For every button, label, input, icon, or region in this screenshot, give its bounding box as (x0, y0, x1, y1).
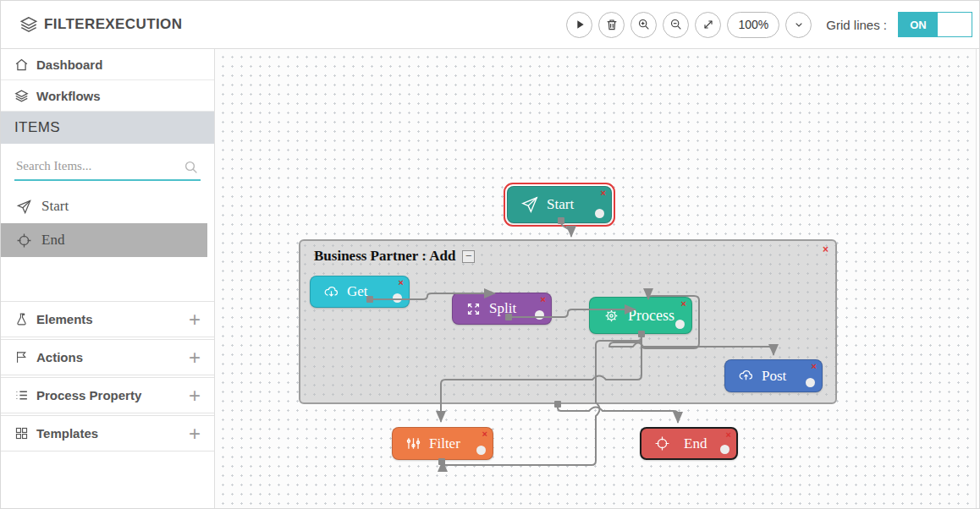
section-label: Actions (36, 350, 83, 364)
palette-item-label: Start (41, 198, 69, 215)
flask-icon (14, 312, 29, 326)
search-icon (184, 160, 199, 175)
palette-item-end[interactable]: End (1, 223, 207, 257)
connection-port[interactable] (806, 378, 815, 387)
node-label: End (684, 435, 707, 452)
search-box (14, 156, 201, 181)
grid-toggle-on[interactable]: ON (899, 13, 938, 36)
items-section-header: ITEMS (1, 112, 214, 144)
node-get[interactable]: Get × (310, 276, 410, 308)
grid-toggle-off[interactable] (938, 13, 972, 36)
section-label: Elements (36, 312, 93, 326)
collapse-button[interactable]: − (462, 250, 475, 263)
zoom-out-icon (669, 18, 683, 31)
node-post[interactable]: Post × (724, 359, 823, 392)
play-icon (573, 18, 586, 31)
node-start[interactable]: Start × (507, 186, 612, 223)
node-filter[interactable]: Filter × (392, 427, 493, 460)
search-input[interactable] (14, 156, 201, 181)
section-elements[interactable]: Elements + (1, 301, 214, 337)
canvas-toolbar: 100% Grid lines : ON (566, 12, 972, 38)
expand-plus-icon[interactable]: + (189, 386, 201, 406)
zoom-level-value: 100% (738, 18, 768, 31)
layers-icon (19, 15, 38, 34)
section-label: Templates (36, 426, 98, 441)
page-title: FILTEREXECUTION (44, 16, 182, 33)
section-label: Process Property (36, 388, 141, 402)
sidebar: Dashboard Workflows ITEMS Start End Elem… (1, 49, 215, 509)
node-close-button[interactable]: × (601, 188, 606, 198)
sidebar-item-dashboard[interactable]: Dashboard (1, 49, 214, 80)
node-close-button[interactable]: × (681, 298, 686, 309)
top-bar: FILTEREXECUTION 100% Grid lines : ON (1, 1, 980, 49)
section-process-property[interactable]: Process Property + (1, 377, 214, 413)
cloud-download-icon (323, 284, 339, 300)
trash-icon (605, 18, 619, 31)
palette-item-start[interactable]: Start (1, 189, 207, 223)
sidebar-item-label: Dashboard (36, 57, 102, 72)
expand-plus-icon[interactable]: + (189, 348, 201, 368)
list-icon (14, 388, 29, 402)
crosshair-icon (16, 233, 32, 249)
node-label: Post (762, 368, 786, 385)
sliders-icon (405, 435, 421, 452)
node-close-button[interactable]: × (726, 430, 731, 440)
grid-lines-label: Grid lines : (826, 18, 887, 32)
node-label: Start (547, 196, 574, 213)
group-title: Business Partner : Add − (314, 248, 475, 265)
delete-button[interactable] (598, 12, 625, 38)
expand-diagonal-icon (702, 18, 715, 31)
node-label: Get (347, 283, 368, 300)
zoom-in-button[interactable] (630, 12, 657, 38)
crosshair-icon (654, 435, 670, 452)
node-label: Process (628, 307, 674, 325)
sidebar-item-workflows[interactable]: Workflows (1, 80, 214, 112)
node-close-button[interactable]: × (812, 361, 817, 371)
zoom-level-dropdown[interactable] (785, 12, 812, 38)
section-actions[interactable]: Actions + (1, 339, 214, 375)
cloud-upload-icon (738, 368, 754, 384)
palette-item-label: End (41, 232, 64, 249)
workflow-canvas[interactable]: Business Partner : Add − × Start × Get ×… (215, 49, 977, 509)
section-templates[interactable]: Templates + (1, 415, 214, 452)
zoom-in-icon (637, 18, 651, 31)
play-button[interactable] (566, 12, 592, 38)
expand-plus-icon[interactable]: + (189, 309, 201, 330)
group-close-button[interactable]: × (823, 244, 829, 255)
node-label: Split (489, 300, 516, 317)
grid-icon (14, 426, 29, 441)
connection-port[interactable] (476, 446, 486, 455)
node-close-button[interactable]: × (482, 429, 487, 439)
expand-plus-icon[interactable]: + (189, 424, 201, 444)
node-process[interactable]: Process × (589, 297, 692, 334)
connection-port[interactable] (393, 293, 402, 303)
edge-group-end (558, 404, 678, 422)
zoom-out-button[interactable] (663, 12, 689, 38)
group-title-text: Business Partner : Add (314, 248, 455, 265)
connection-port[interactable] (535, 310, 544, 320)
gear-icon (603, 307, 620, 325)
node-close-button[interactable]: × (399, 277, 404, 287)
sidebar-item-label: Workflows (36, 89, 101, 103)
paper-plane-icon (520, 195, 539, 214)
zoom-level-display[interactable]: 100% (727, 12, 779, 38)
connection-port[interactable] (675, 320, 685, 329)
node-label: Filter (429, 435, 460, 452)
connection-port[interactable] (720, 445, 729, 454)
chevron-down-icon (792, 18, 806, 31)
app-brand: FILTEREXECUTION (19, 15, 182, 34)
home-icon (14, 57, 29, 72)
grid-lines-toggle[interactable]: ON (898, 12, 972, 37)
fit-screen-button[interactable] (695, 12, 721, 38)
node-split[interactable]: Split × (452, 293, 552, 325)
selection-ring: Start × (504, 183, 615, 227)
expand-arrows-icon (465, 301, 482, 317)
paper-plane-icon (16, 199, 32, 215)
node-close-button[interactable]: × (541, 294, 546, 304)
node-end[interactable]: End × (640, 427, 738, 460)
flag-icon (14, 350, 29, 364)
connection-port[interactable] (595, 209, 604, 218)
layers-icon (14, 89, 29, 103)
sidebar-spacer (1, 257, 214, 301)
